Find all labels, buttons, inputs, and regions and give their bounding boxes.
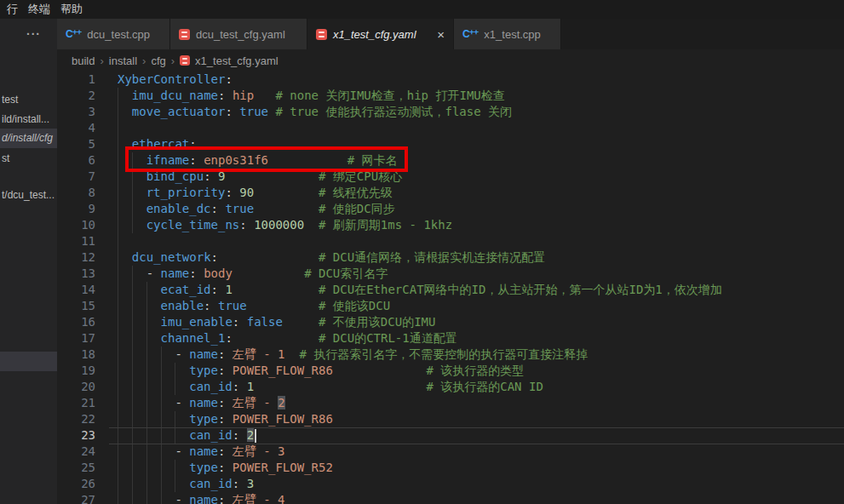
code-line[interactable]: 26can_id: 3 <box>57 476 844 492</box>
code-line[interactable]: 23can_id: 2 <box>57 427 844 444</box>
code-line[interactable]: 5ethercat: <box>57 136 844 152</box>
breadcrumb-segment[interactable]: install <box>109 54 137 67</box>
menu-item[interactable]: 帮助 <box>55 0 88 19</box>
close-icon[interactable]: × <box>437 28 445 41</box>
code-line[interactable]: 22type: POWER_FLOW_R86 <box>57 411 844 427</box>
indent-guide <box>118 395 132 411</box>
code-line[interactable]: 15enable: true # 使能该DCU <box>57 298 844 314</box>
breadcrumb-file[interactable]: x1_test_cfg.yaml <box>195 54 278 67</box>
editor[interactable]: 1XyberController:2imu_dcu_name: hip # no… <box>57 72 844 504</box>
sidebar-item[interactable]: ild/install... <box>0 110 57 129</box>
code-token <box>283 315 319 329</box>
code-token: 2 <box>278 396 284 410</box>
code-token: name <box>161 266 190 280</box>
indent-guide <box>132 330 146 346</box>
code-token: # DCU的CTRL-1通道配置 <box>319 331 457 345</box>
code-line[interactable]: 11 <box>57 233 844 249</box>
indent-guide <box>132 201 146 217</box>
indent-guide <box>118 104 132 120</box>
cpp-file-icon: C⁺⁺ <box>66 28 81 40</box>
tab-x1_test.cpp[interactable]: C⁺⁺x1_test.cpp <box>454 19 561 49</box>
code-line[interactable]: 12dcu_network: # DCU通信网络，请根据实机连接情况配置 <box>57 249 844 266</box>
indent-guide <box>161 363 175 379</box>
code-line[interactable]: 10cycle_time_ns: 1000000 # 刷新周期1ms - 1kh… <box>57 217 844 233</box>
code-line[interactable]: 19type: POWER_FLOW_R86 # 该执行器的类型 <box>57 363 844 379</box>
sidebar-item[interactable]: test <box>0 90 57 109</box>
line-content: can_id: 3 <box>95 476 254 492</box>
menu-item[interactable]: 行 <box>2 0 23 19</box>
code-token <box>225 412 232 426</box>
code-token: : <box>225 105 232 118</box>
code-token <box>197 266 204 280</box>
code-token: enable_dc <box>146 202 211 215</box>
sidebar-item[interactable]: t/dcu_test... <box>0 186 57 204</box>
indent-guide <box>118 363 132 379</box>
tab-dcu_test.cpp[interactable]: C⁺⁺dcu_test.cpp <box>57 19 170 49</box>
breadcrumb-segment[interactable]: build <box>72 54 95 67</box>
indent-guide <box>132 282 146 298</box>
code-line[interactable]: 1XyberController: <box>57 72 844 88</box>
code-token <box>225 444 232 458</box>
sidebar-item[interactable]: st <box>0 149 57 168</box>
code-line[interactable]: 4 <box>57 120 844 136</box>
code-line[interactable]: 25type: POWER_FLOW_R52 <box>57 460 844 476</box>
code-token: : <box>233 428 239 442</box>
code-token: - <box>175 347 189 361</box>
code-token <box>233 266 304 280</box>
code-token <box>225 493 232 504</box>
code-line[interactable]: 20can_id: 1 # 该执行器的CAN ID <box>57 379 844 395</box>
code-token: - <box>175 396 189 410</box>
line-content: type: POWER_FLOW_R86 <box>95 411 333 427</box>
code-token: imu_enable <box>161 315 233 329</box>
line-number: 20 <box>57 379 95 395</box>
code-line[interactable]: 6ifname: enp0s31f6 # 网卡名 <box>57 152 844 169</box>
line-content: move_actuator: true # true 使能执行器运动测试，fla… <box>95 104 512 120</box>
indent-guide <box>132 346 146 363</box>
menu-item[interactable]: 终端 <box>23 0 55 19</box>
code-token <box>239 315 246 329</box>
code-line[interactable]: 27- name: 左臂 - 4 <box>57 492 844 504</box>
line-number: 5 <box>57 136 95 152</box>
code-token: name <box>189 444 218 458</box>
code-line[interactable]: 3move_actuator: true # true 使能执行器运动测试，fl… <box>57 104 844 120</box>
sidebar-item[interactable]: d/install/cfg <box>0 129 57 148</box>
code-line[interactable]: 17channel_1: # DCU的CTRL-1通道配置 <box>57 330 844 346</box>
code-token: : <box>211 202 218 215</box>
code-line[interactable]: 2imu_dcu_name: hip # none 关闭IMU检查，hip 打开… <box>57 88 844 104</box>
code-token: : <box>233 477 239 490</box>
code-token <box>254 186 319 199</box>
indent-guide <box>161 346 175 363</box>
code-line[interactable]: 7bind_cpu: 9 # 绑定CPU核心 <box>57 169 844 185</box>
indent-guide <box>132 379 146 395</box>
sidebar-item[interactable] <box>0 352 57 371</box>
more-actions-icon[interactable]: ··· <box>26 27 41 41</box>
line-number: 22 <box>57 411 95 427</box>
indent-guide <box>146 444 161 460</box>
breadcrumb-segment[interactable]: cfg <box>151 54 165 67</box>
code-token: dcu_network <box>132 250 211 264</box>
code-line[interactable]: 24- name: 左臂 - 3 <box>57 444 844 460</box>
line-number: 21 <box>57 395 95 411</box>
tab-dcu_test_cfg.yaml[interactable]: dcu_test_cfg.yaml <box>170 19 307 49</box>
code-line[interactable]: 8rt_priority: 90 # 线程优先级 <box>57 185 844 201</box>
line-content: can_id: 2 <box>95 427 256 444</box>
code-token: 1 <box>225 283 232 296</box>
code-line[interactable]: 9enable_dc: true # 使能DC同步 <box>57 201 844 217</box>
indent-guide <box>175 476 189 492</box>
code-token: channel_1 <box>161 331 226 345</box>
code-line[interactable]: 13- name: body # DCU索引名字 <box>57 266 844 282</box>
code-token: 左臂 - 4 <box>233 493 285 504</box>
indent-guide <box>146 330 161 346</box>
breadcrumb: build›install›cfg›x1_test_cfg.yaml <box>57 49 844 72</box>
indent-guide <box>161 411 175 427</box>
code-line[interactable]: 14ecat_id: 1 # DCU在EtherCAT网络中的ID，从主站开始，… <box>57 282 844 298</box>
indent-guide <box>146 411 161 427</box>
code-line[interactable]: 18- name: 左臂 - 1 # 执行器索引名字，不需要控制的执行器可直接注… <box>57 346 844 363</box>
line-content: channel_1: # DCU的CTRL-1通道配置 <box>95 330 457 346</box>
line-number: 23 <box>57 427 95 444</box>
tab-x1_test_cfg.yaml[interactable]: x1_test_cfg.yaml× <box>307 19 454 49</box>
code-line[interactable]: 21- name: 左臂 - 2 <box>57 395 844 411</box>
code-line[interactable]: 16imu_enable: false # 不使用该DCU的IMU <box>57 314 844 330</box>
code-token <box>233 283 319 296</box>
text-cursor <box>255 429 256 443</box>
